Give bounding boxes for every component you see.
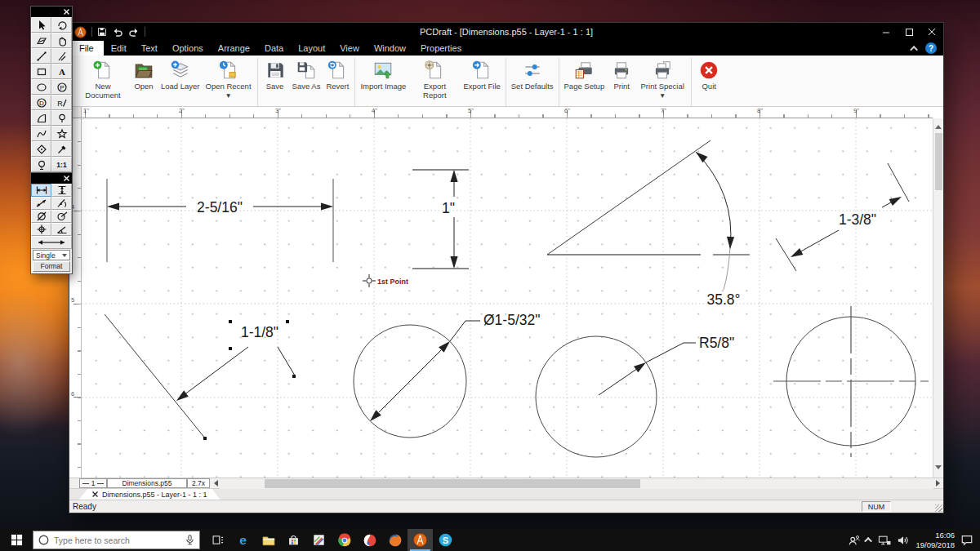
tool-line[interactable] <box>31 48 51 64</box>
taskbar-store[interactable] <box>281 529 306 551</box>
taskbar-skype[interactable]: S <box>433 529 458 551</box>
microphone-icon[interactable] <box>185 534 195 546</box>
redo-icon[interactable] <box>128 27 140 37</box>
tool-rotate[interactable] <box>51 17 72 33</box>
tray-expand-icon[interactable] <box>865 537 873 545</box>
export-report-button[interactable]: Export Report <box>408 58 461 101</box>
palette-close-icon[interactable] <box>64 176 69 181</box>
menu-view[interactable]: View <box>332 41 367 56</box>
tool-dim-angle[interactable] <box>51 223 72 236</box>
scroll-up-icon[interactable] <box>935 122 942 129</box>
close-button[interactable] <box>920 23 943 41</box>
format-button[interactable]: Format <box>33 261 70 272</box>
open-recent-button[interactable]: Open Recent ▾ <box>203 58 255 101</box>
tool-diameter-circle[interactable]: D <box>31 95 51 110</box>
tool-dim-oblique[interactable] <box>31 197 51 210</box>
scroll-left-icon[interactable] <box>210 478 220 488</box>
minimize-button[interactable] <box>875 23 898 41</box>
maximize-button[interactable] <box>898 23 920 41</box>
tool-pan-hand[interactable] <box>51 33 72 48</box>
page-indicator[interactable]: 1 <box>79 478 107 488</box>
menu-arrange[interactable]: Arrange <box>211 41 257 56</box>
vertical-scroll-thumb[interactable] <box>935 133 942 190</box>
tool-freehand-curve[interactable] <box>31 126 51 141</box>
tool-lamp[interactable] <box>31 157 51 172</box>
tool-dim-double-arrow[interactable] <box>31 236 72 249</box>
taskbar-search[interactable] <box>33 531 200 549</box>
set-defaults-button[interactable]: Set Defaults <box>509 58 556 92</box>
tool-star[interactable] <box>51 126 72 141</box>
save-as-button[interactable]: Save As <box>290 58 323 92</box>
action-center-icon[interactable] <box>960 534 973 546</box>
tool-dim-leader[interactable] <box>51 197 72 210</box>
taskbar-snip[interactable] <box>357 529 382 551</box>
tool-symbol-point[interactable] <box>31 141 51 157</box>
palette-title-bar[interactable] <box>31 173 72 184</box>
menu-data[interactable]: Data <box>257 41 291 56</box>
page-setup-button[interactable]: Page Setup <box>562 58 608 92</box>
menu-options[interactable]: Options <box>165 41 211 56</box>
taskbar-pcdraft[interactable] <box>408 529 433 551</box>
tool-scale-1-1[interactable]: 1:1 <box>51 157 72 172</box>
people-icon[interactable] <box>848 534 861 547</box>
revert-button[interactable]: Revert <box>323 58 352 92</box>
volume-icon[interactable] <box>897 535 910 546</box>
menu-text[interactable]: Text <box>134 41 165 56</box>
menu-properties[interactable]: Properties <box>413 41 469 56</box>
import-image-button[interactable]: Import Image <box>358 58 408 92</box>
scroll-right-icon[interactable] <box>933 478 943 488</box>
tool-dim-diameter[interactable] <box>31 210 51 223</box>
quit-button[interactable]: Quit <box>694 58 724 92</box>
taskbar-file-explorer[interactable] <box>256 529 281 551</box>
resize-grip[interactable] <box>935 504 942 512</box>
load-layer-button[interactable]: Load Layer <box>158 58 203 92</box>
open-button[interactable]: Open <box>129 58 158 92</box>
drawing-canvas[interactable]: 2-5/16" 1" <box>82 118 933 478</box>
tool-rounded-rectangle[interactable]: R <box>51 95 72 110</box>
tool-parallel-polygon[interactable]: P <box>51 79 72 95</box>
dimension-mode-select[interactable]: Single <box>33 250 70 260</box>
help-icon[interactable]: ? <box>925 42 937 54</box>
tool-dim-horizontal[interactable] <box>31 184 51 197</box>
tool-ellipse[interactable] <box>31 79 51 95</box>
quick-save-icon[interactable] <box>97 27 107 37</box>
document-tab[interactable]: Dimensions.p55 - Layer-1 - 1 : 1 <box>79 489 220 500</box>
save-button[interactable]: Save <box>261 58 290 92</box>
tool-text[interactable]: A <box>51 64 72 79</box>
start-button[interactable] <box>0 529 33 551</box>
scroll-down-icon[interactable] <box>935 465 942 473</box>
tool-center-mark[interactable] <box>31 223 51 236</box>
tool-dim-radius[interactable] <box>51 210 72 223</box>
print-special-button[interactable]: Print Special ▾ <box>636 58 688 101</box>
taskbar-firefox[interactable] <box>382 529 408 551</box>
horizontal-scroll-thumb[interactable] <box>265 479 640 488</box>
clock[interactable]: 16:06 19/09/2018 <box>915 531 955 550</box>
menu-window[interactable]: Window <box>367 41 413 56</box>
collapse-ribbon-icon[interactable] <box>910 45 918 53</box>
print-button[interactable]: Print <box>607 58 636 92</box>
export-file-button[interactable]: Export File <box>461 58 502 92</box>
palette-title-bar[interactable] <box>31 7 72 17</box>
tool-balloon[interactable] <box>51 110 72 126</box>
taskbar-task-view[interactable] <box>205 529 230 551</box>
zoom-level-box[interactable]: 2.7x <box>187 478 210 488</box>
tool-dim-vertical[interactable] <box>51 184 72 197</box>
tab-close-icon[interactable] <box>92 491 98 497</box>
tool-slant-panel[interactable] <box>31 33 51 48</box>
network-icon[interactable] <box>878 535 891 546</box>
menu-edit[interactable]: Edit <box>104 41 134 56</box>
menu-file[interactable]: File <box>69 41 104 56</box>
horizontal-scrollbar[interactable] <box>220 478 933 489</box>
tool-rectangle[interactable] <box>31 64 51 79</box>
menu-layout[interactable]: Layout <box>291 41 332 56</box>
taskbar-chrome[interactable] <box>332 529 357 551</box>
tool-multi-line[interactable] <box>51 48 72 64</box>
palette-close-icon[interactable] <box>64 9 69 15</box>
tool-eyedropper[interactable] <box>51 141 72 157</box>
undo-icon[interactable] <box>112 27 123 37</box>
search-input[interactable] <box>54 535 180 545</box>
tool-select-pointer[interactable] <box>31 17 51 33</box>
taskbar-paint[interactable] <box>306 529 332 551</box>
document-name-box[interactable]: Dimensions.p55 <box>107 478 187 488</box>
taskbar-edge[interactable]: e <box>230 529 256 551</box>
